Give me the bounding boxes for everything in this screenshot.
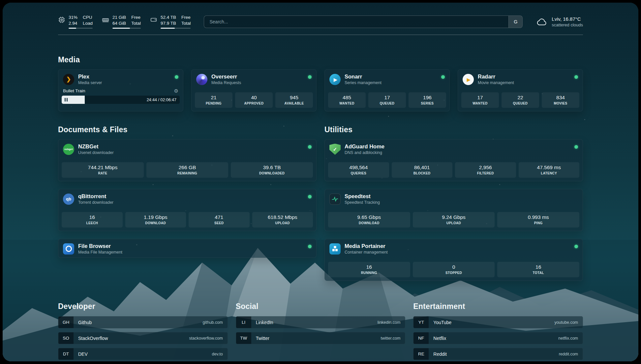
service-card-nzbget[interactable]: NZBGet Usenet downloader 744.21 Mbps RAT…	[58, 139, 317, 181]
bookmark-youtube[interactable]: YT YouTube youtube.com	[413, 316, 583, 328]
playback-time: 24:44 / 02:06:47	[147, 98, 180, 102]
bookmark-url: twitter.com	[376, 332, 405, 344]
service-subtitle: Speedtest Tracking	[345, 200, 380, 205]
service-subtitle: Container management	[345, 250, 388, 255]
playback-progress-bar[interactable]: 24:44 / 02:06:47	[62, 96, 180, 104]
disk-icon	[150, 16, 157, 23]
service-name: Plex	[78, 74, 102, 80]
stat-tile: 0.993 ms PING	[497, 212, 579, 228]
search-provider-button[interactable]: G	[508, 16, 522, 28]
service-name: qBittorrent	[78, 193, 113, 199]
bookmark-abbr: NF	[413, 332, 429, 344]
bookmark-name: StackOverflow	[74, 332, 112, 344]
service-card-speedtest[interactable]: Speedtest Speedtest Tracking 9.65 Gbps D…	[324, 189, 583, 231]
search-bar: G	[204, 15, 523, 28]
cpu-label-bottom: Load	[83, 20, 93, 26]
bookmark-url: dev.to	[207, 348, 228, 360]
memory-widget: 21 GiB 64 GiB Free Total	[102, 15, 141, 29]
service-card-qbittorrent[interactable]: qBittorrent Torrent downloader 16 LEECH	[58, 189, 317, 231]
service-subtitle: Media server	[78, 80, 102, 85]
service-name: Media Portainer	[345, 243, 388, 249]
bookmark-url: stackoverflow.com	[185, 332, 228, 344]
stat-tile: 498,564 QUERIES	[328, 162, 389, 178]
dashboard-screen: 31% 2.94 CPU Load	[3, 3, 638, 361]
section-files: Documents & Files NZBGet Usenet download…	[58, 125, 317, 258]
service-subtitle: Usenet downloader	[78, 150, 114, 155]
bookmark-name: DEV	[74, 348, 92, 360]
bookmark-stackoverflow[interactable]: SO StackOverflow stackoverflow.com	[58, 332, 228, 344]
service-subtitle: Media File Management	[78, 250, 122, 255]
pause-icon[interactable]	[65, 98, 68, 102]
stat-tile: 22 QUEUED	[502, 92, 539, 108]
status-dot	[308, 145, 312, 149]
service-card-plex[interactable]: Plex Media server Bullet Train ⚙ 24:44 /…	[58, 69, 183, 111]
status-dot	[574, 245, 578, 248]
section-utilities: Utilities AdGuard Home DNS and adblockin…	[324, 125, 583, 281]
bookmark-dev[interactable]: DT DEV dev.to	[58, 348, 228, 360]
service-subtitle: Movie management	[478, 80, 514, 85]
stat-tile: 1.19 Gbps DOWNLOAD	[125, 212, 186, 228]
service-subtitle: Media Requests	[211, 80, 241, 85]
service-card-sonarr[interactable]: Sonarr Series management 485 WANTED 17 Q…	[324, 69, 450, 111]
bookmark-group-title: Social	[236, 302, 406, 311]
service-card-overseerr[interactable]: Overseerr Media Requests 21 PENDING 40 A…	[191, 69, 317, 111]
stat-tile: 945 AVAILABLE	[275, 92, 313, 108]
disk-progress-fill	[161, 28, 175, 29]
stat-tile: 17 QUEUED	[368, 92, 406, 108]
disk-progress-track	[161, 28, 191, 29]
bookmark-group-title: Entertainment	[413, 302, 583, 311]
search-input[interactable]	[204, 16, 508, 28]
settings-gear-icon[interactable]: ⚙	[174, 88, 178, 93]
stat-tile: 47.569 ms LATENCY	[519, 162, 580, 178]
service-card-portainer[interactable]: Media Portainer Container management 16 …	[324, 239, 583, 281]
bookmark-twitter[interactable]: TW Twitter twitter.com	[236, 332, 406, 344]
nzbget-icon	[63, 144, 74, 155]
bookmark-name: LinkedIn	[251, 317, 278, 328]
resource-widgets: 31% 2.94 CPU Load	[58, 15, 191, 29]
service-subtitle: Torrent downloader	[78, 200, 113, 205]
top-bar: 31% 2.94 CPU Load	[58, 15, 583, 29]
speedtest-icon	[329, 194, 341, 205]
bookmark-name: Netflix	[429, 332, 451, 344]
bookmark-abbr: LI	[236, 317, 251, 328]
bookmark-abbr: TW	[236, 332, 251, 344]
bookmark-github[interactable]: GH Github github.com	[58, 316, 228, 328]
section-media: Media Plex Media server Bullet Train	[58, 55, 583, 111]
portainer-icon	[329, 243, 341, 255]
status-dot	[175, 75, 178, 79]
cpu-percent: 31%	[69, 15, 77, 20]
service-card-radarr[interactable]: Radarr Movie management 17 WANTED 22 QUE…	[458, 69, 583, 111]
service-name: Speedtest	[345, 193, 380, 199]
cloud-icon	[536, 17, 548, 27]
service-card-adguard[interactable]: AdGuard Home DNS and adblocking 498,564 …	[324, 139, 583, 181]
bookmark-group-entertainment: Entertainment YT YouTube youtube.com NF …	[413, 302, 583, 360]
bookmark-name: Github	[74, 317, 96, 328]
stat-tile: 16 LEECH	[62, 212, 123, 228]
status-dot	[574, 145, 578, 149]
bookmark-reddit[interactable]: RE Reddit reddit.com	[413, 348, 583, 360]
status-dot	[308, 75, 312, 79]
service-name: Sonarr	[345, 74, 382, 80]
stat-tile: 618.52 Mbps UPLOAD	[252, 212, 313, 228]
service-name: NZBGet	[78, 143, 114, 150]
pulse-line-icon	[331, 196, 339, 203]
bookmark-linkedin[interactable]: LI LinkedIn linkedin.com	[236, 316, 406, 328]
status-dot	[308, 195, 312, 198]
cpu-label-top: CPU	[83, 15, 93, 20]
bookmark-group-title: Developer	[58, 302, 228, 311]
plex-icon	[63, 74, 74, 85]
disk-label-top: Free	[181, 15, 191, 20]
sonarr-icon	[329, 74, 341, 85]
cpu-progress-track	[69, 28, 93, 29]
service-name: Overseerr	[211, 74, 241, 80]
bookmark-group-social: Social LI LinkedIn linkedin.com TW Twitt…	[236, 302, 406, 360]
bookmark-url: reddit.com	[554, 348, 583, 360]
bookmark-netflix[interactable]: NF Netflix netflix.com	[413, 332, 583, 344]
cpu-icon	[58, 16, 65, 23]
service-card-filebrowser[interactable]: File Browser Media File Management	[58, 239, 317, 258]
section-title-utilities: Utilities	[324, 125, 583, 134]
radarr-icon	[463, 74, 474, 85]
status-dot	[574, 75, 578, 79]
disk-total: 97.9 TB	[161, 20, 176, 26]
stat-tile: 86,401 BLOCKED	[392, 162, 453, 178]
